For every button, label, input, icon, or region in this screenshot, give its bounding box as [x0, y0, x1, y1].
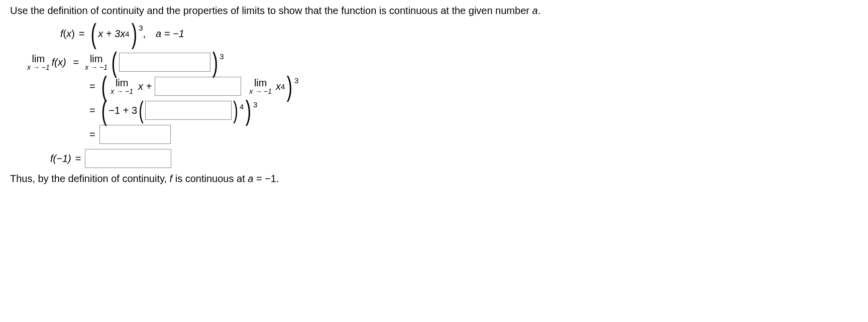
line3-expr: −1 + 3 — [108, 105, 137, 116]
input-line1[interactable] — [119, 53, 210, 72]
line2-xplus: x + — [138, 81, 152, 92]
instruction-main: Use the definition of continuity and the… — [10, 5, 532, 16]
step-line-2: = ( lim x → −1 x + lim x → −1 x4 )3 — [85, 77, 858, 96]
lim-top-1: lim — [90, 54, 103, 64]
lim-bot-2b: x → −1 — [249, 88, 272, 95]
instruction-a: a — [532, 5, 538, 16]
input-line5[interactable] — [85, 149, 171, 168]
line3-exp4: 4 — [240, 102, 244, 111]
instruction-text: Use the definition of continuity and the… — [10, 5, 858, 17]
line1-eq: = — [73, 57, 79, 68]
lim-operator-2b: lim x → −1 — [249, 78, 272, 95]
lim-operator-2a: lim x → −1 — [111, 78, 133, 95]
step-line-5: f(−1) = — [50, 149, 858, 168]
fdef-exp3: 3 — [139, 24, 143, 32]
fdef-a-eq: a = −1 — [156, 28, 184, 40]
fdef-exp4: 4 — [125, 30, 129, 38]
lim-operator-lhs: lim x → −1 — [27, 54, 50, 71]
concl-a: a — [248, 173, 253, 184]
lim-top-2b: lim — [254, 78, 267, 88]
input-line3[interactable] — [145, 101, 232, 120]
lim-bot: x → −1 — [27, 64, 50, 71]
instruction-end: . — [538, 5, 541, 16]
lim-bot-1: x → −1 — [85, 64, 107, 71]
concl-t2: is continuous at — [172, 173, 248, 184]
lim-top: lim — [32, 54, 45, 64]
fdef-x: x — [66, 28, 71, 40]
line2-exp: 3 — [294, 76, 298, 85]
line5-lhs: f(−1) — [50, 153, 71, 165]
lim-operator-rhs-1: lim x → −1 — [85, 54, 107, 71]
lhs-fx: f(x) — [52, 57, 66, 68]
fdef-inner: x + 3x — [98, 28, 125, 40]
lim-top-2a: lim — [116, 78, 129, 88]
step-line-4: = — [85, 125, 858, 144]
line2-eq: = — [89, 81, 95, 92]
line4-eq: = — [89, 129, 95, 140]
concl-t1: Thus, by the definition of continuity, — [10, 173, 170, 184]
step-line-3: = ( −1 + 3 ( )4 )3 — [85, 101, 858, 120]
fdef-eq: = — [79, 28, 85, 40]
conclusion-text: Thus, by the definition of continuity, f… — [10, 173, 858, 185]
line2-exp4: 4 — [281, 82, 285, 91]
function-definition: f(x) = ( x + 3x4 )3 , a = −1 — [60, 20, 858, 48]
fdef-rpar: ) — [71, 28, 75, 40]
line3-exp: 3 — [253, 100, 257, 109]
line5-eq: = — [75, 153, 81, 165]
concl-t3: = −1. — [253, 173, 279, 184]
step-line-1: lim x → −1 f(x) = lim x → −1 ( )3 — [25, 53, 858, 72]
input-line4[interactable] — [99, 125, 171, 144]
input-line2[interactable] — [155, 77, 241, 96]
line1-exp: 3 — [220, 52, 224, 61]
lim-bot-2a: x → −1 — [111, 88, 133, 95]
line3-eq: = — [89, 105, 95, 116]
line2-x4-x: x — [276, 81, 281, 92]
fdef-comma: , — [143, 28, 146, 40]
